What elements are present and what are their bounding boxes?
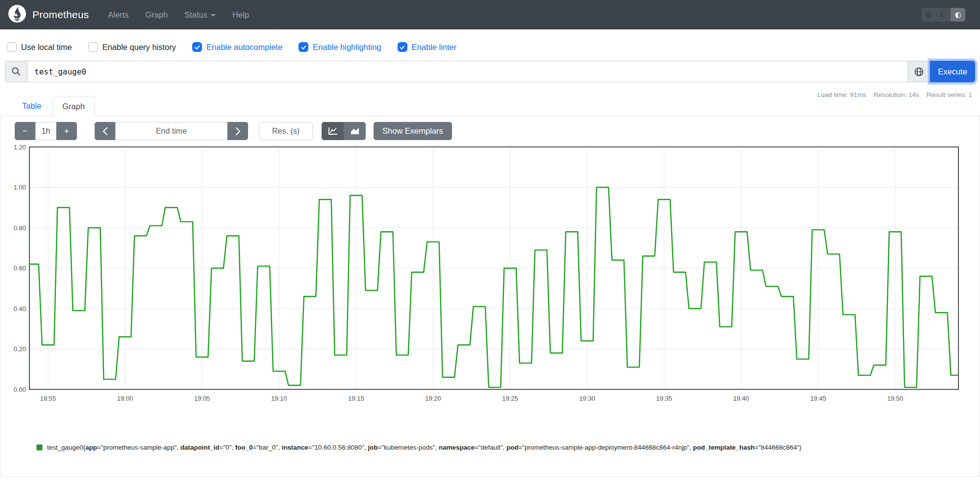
option-use-local-time[interactable]: Use local time — [7, 42, 72, 52]
nav-item-help[interactable]: Help — [226, 6, 255, 24]
options-row: Use local timeEnable query historyEnable… — [7, 42, 456, 52]
option-enable-query-history[interactable]: Enable query history — [88, 42, 176, 52]
option-enable-highlighting[interactable]: Enable highlighting — [299, 42, 381, 52]
y-tick-label: 0.00 — [14, 386, 26, 393]
option-enable-linter[interactable]: Enable linter — [398, 42, 457, 52]
query-input[interactable] — [27, 61, 908, 82]
moon-icon[interactable]: ☾ — [936, 8, 951, 22]
end-time-input[interactable] — [115, 122, 227, 140]
graph-controls: − + Show Exemplars — [15, 122, 452, 140]
tab-table[interactable]: Table — [13, 96, 50, 116]
query-bar: Execute — [5, 61, 975, 82]
prometheus-logo-icon — [8, 4, 26, 25]
line-chart-icon[interactable] — [322, 122, 344, 140]
stacked-chart-icon[interactable] — [344, 122, 366, 140]
checkbox-unchecked-icon[interactable] — [7, 42, 17, 52]
range-group: − + — [15, 122, 77, 140]
option-label: Enable autocomplete — [206, 43, 282, 52]
series-label: test_gauge0{app="prometheus-sample-app",… — [47, 444, 802, 451]
x-tick-label: 19:00 — [117, 395, 133, 402]
option-enable-autocomplete[interactable]: Enable autocomplete — [192, 42, 282, 52]
gauge-chart[interactable]: 0.000.200.400.600.801.001.2018:5519:0019… — [0, 142, 980, 421]
series-line — [29, 188, 959, 387]
y-tick-label: 1.00 — [14, 184, 26, 191]
series-color-swatch — [36, 444, 43, 451]
tabs: Table Graph — [0, 96, 980, 116]
x-tick-label: 19:30 — [579, 395, 595, 402]
x-tick-label: 19:10 — [271, 395, 287, 402]
y-tick-label: 0.20 — [14, 345, 26, 353]
prometheus-app: Prometheus Alerts Graph Status Help ⚙ ☾ … — [0, 0, 980, 480]
chart-type-toggle — [322, 122, 366, 140]
y-tick-label: 1.20 — [14, 144, 26, 151]
checkbox-checked-icon[interactable] — [398, 42, 407, 52]
chart-svg: 0.000.200.400.600.801.001.2018:5519:0019… — [0, 142, 980, 421]
x-tick-label: 19:45 — [810, 395, 827, 402]
option-label: Use local time — [21, 43, 72, 52]
checkbox-unchecked-icon[interactable] — [88, 42, 98, 52]
nav-item-status[interactable]: Status — [178, 6, 222, 24]
y-tick-label: 0.40 — [14, 305, 26, 312]
nav-links: Alerts Graph Status Help — [101, 6, 255, 24]
chevron-left-icon[interactable] — [95, 122, 115, 140]
x-tick-label: 19:40 — [733, 395, 750, 402]
x-tick-label: 19:15 — [348, 395, 364, 402]
range-input[interactable] — [35, 122, 56, 140]
execute-button[interactable]: Execute — [930, 61, 975, 82]
range-decrease-button[interactable]: − — [15, 122, 35, 140]
resolution-input[interactable] — [259, 122, 313, 140]
range-increase-button[interactable]: + — [56, 122, 77, 140]
x-tick-label: 19:05 — [194, 395, 210, 402]
x-tick-label: 18:55 — [40, 395, 56, 402]
show-exemplars-button[interactable]: Show Exemplars — [374, 122, 452, 140]
x-tick-label: 19:20 — [425, 395, 441, 402]
y-tick-label: 0.60 — [14, 264, 26, 272]
end-time-group — [95, 122, 248, 140]
theme-toggle-group: ⚙ ☾ ◐ — [921, 8, 965, 22]
x-tick-label: 19:50 — [887, 395, 904, 402]
gear-icon[interactable]: ⚙ — [921, 8, 936, 22]
globe-icon[interactable] — [908, 61, 930, 82]
chart-legend[interactable]: test_gauge0{app="prometheus-sample-app",… — [36, 444, 802, 451]
tab-graph[interactable]: Graph — [52, 96, 95, 116]
option-label: Enable highlighting — [313, 43, 381, 52]
checkbox-checked-icon[interactable] — [192, 42, 202, 52]
brand[interactable]: Prometheus — [8, 4, 89, 25]
y-tick-label: 0.80 — [14, 224, 26, 232]
option-label: Enable linter — [412, 43, 457, 52]
option-label: Enable query history — [102, 43, 176, 52]
x-tick-label: 19:35 — [656, 395, 672, 402]
chevron-down-icon — [211, 14, 216, 17]
brand-title: Prometheus — [32, 9, 89, 21]
x-tick-label: 19:25 — [502, 395, 518, 402]
contrast-icon[interactable]: ◐ — [951, 8, 965, 22]
checkbox-checked-icon[interactable] — [299, 42, 308, 52]
navbar: Prometheus Alerts Graph Status Help ⚙ ☾ … — [0, 0, 980, 29]
nav-item-alerts[interactable]: Alerts — [101, 6, 135, 24]
chevron-right-icon[interactable] — [227, 122, 248, 140]
nav-item-graph[interactable]: Graph — [139, 6, 174, 24]
search-icon — [5, 61, 27, 82]
